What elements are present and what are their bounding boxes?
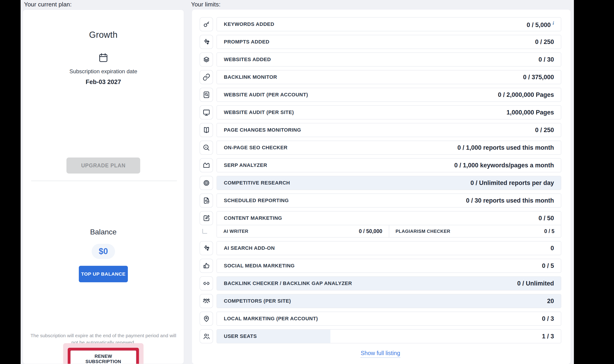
- limit-row: PAGE CHANGES MONITORING0 / 250: [200, 123, 561, 137]
- limit-value-text: 1 / 3: [542, 333, 554, 340]
- mountain-chart-icon: [200, 158, 213, 172]
- limit-value-text: 0 / 30: [538, 56, 554, 63]
- limit-icon-column: [200, 52, 213, 67]
- limit-icon-column: [200, 105, 213, 119]
- limit-value-text: 0 / 2,000,000 Pages: [498, 91, 554, 98]
- info-icon[interactable]: i: [553, 20, 554, 26]
- limit-icon-column: [200, 88, 213, 102]
- limit-label: WEBSITES ADDED: [224, 57, 271, 63]
- limit-row-box: SERP ANALYZER0 / 1,000 keywords/pages a …: [216, 158, 561, 172]
- plan-card-divider: [31, 181, 177, 181]
- renew-highlight-halo: RENEW SUBSCRIPTION: [63, 343, 144, 364]
- limit-label: COMPETITIVE RESEARCH: [224, 180, 290, 186]
- people-group-icon: [200, 294, 213, 308]
- limit-icon-column: [200, 259, 213, 273]
- limit-row: AI SEARCH ADD-ON0: [200, 241, 561, 255]
- calendar-icon: [23, 52, 184, 63]
- chain-diagonal-icon: [200, 70, 213, 84]
- limit-row-box: WEBSITE AUDIT (PER ACCOUNT)0 / 2,000,000…: [216, 88, 561, 102]
- limit-value: 20: [547, 298, 554, 305]
- limit-value-text: 0 / 250: [535, 39, 554, 45]
- limit-label: PAGE CHANGES MONITORING: [224, 127, 301, 133]
- limit-row: BACKLINK CHECKER / BACKLINK GAP ANALYZER…: [200, 276, 561, 290]
- limit-value-text: 0 / 3: [542, 315, 554, 322]
- balance-amount: $0: [99, 247, 108, 256]
- sub-limit-cell: PLAGIARISM CHECKER0 / 5: [389, 225, 561, 237]
- limit-row-box: AI SEARCH ADD-ON0: [216, 241, 561, 255]
- limit-icon-column: [200, 35, 213, 49]
- limit-label: BACKLINK CHECKER / BACKLINK GAP ANALYZER: [224, 280, 352, 286]
- expiration-label: Subscription expiration date: [23, 68, 184, 75]
- limit-value-text: 1,000,000 Pages: [507, 109, 554, 116]
- sub-limit-value: 0 / 50,000: [359, 228, 382, 234]
- limit-value: 0 / 375,000: [523, 74, 554, 81]
- limit-value: 0 / Unlimited: [517, 280, 554, 287]
- limit-value: 0 / 5,000i: [527, 20, 554, 29]
- limit-row: KEYWORDS ADDED0 / 5,000i: [200, 17, 561, 31]
- balance-pill: $0: [92, 244, 115, 259]
- renew-highlight-frame: RENEW SUBSCRIPTION: [68, 348, 139, 364]
- limit-value: 1 / 3: [542, 333, 554, 340]
- limit-value: 0 / 30 reports used this month: [466, 197, 554, 204]
- limit-icon-column: [200, 211, 213, 234]
- limit-icon-column: [200, 70, 213, 84]
- page-search-icon: [200, 88, 213, 102]
- limit-value-text: 20: [547, 298, 554, 304]
- open-book-icon: [200, 123, 213, 137]
- top-up-balance-button[interactable]: TOP UP BALANCE: [79, 266, 128, 282]
- limit-row: USER SEATS1 / 3: [200, 329, 561, 343]
- limit-label: ON-PAGE SEO CHECKER: [224, 145, 288, 151]
- expiration-date: Feb-03 2027: [23, 78, 184, 86]
- limit-row-box: KEYWORDS ADDED0 / 5,000i: [216, 17, 561, 31]
- limit-row: BACKLINK MONITOR0 / 375,000: [200, 70, 561, 84]
- limit-label: USER SEATS: [224, 333, 257, 339]
- limit-value: 0 / 1,000 reports used this month: [457, 144, 554, 151]
- key-icon: [200, 17, 213, 31]
- limit-label: AI SEARCH ADD-ON: [224, 245, 275, 251]
- limit-label: SERP ANALYZER: [224, 162, 267, 168]
- limit-icon-column: [200, 276, 213, 290]
- limit-icon-column: [200, 123, 213, 137]
- limit-value: 0 / 5: [542, 262, 554, 270]
- limit-row: SCHEDULED REPORTING0 / 30 reports used t…: [200, 194, 561, 208]
- limit-row: WEBSITE AUDIT (PER SITE)1,000,000 Pages: [200, 105, 561, 119]
- limit-icon-column: [200, 329, 213, 343]
- limit-value-text: 0: [550, 245, 554, 252]
- limit-icon-column: [200, 176, 213, 190]
- limit-row: WEBSITE AUDIT (PER ACCOUNT)0 / 2,000,000…: [200, 88, 561, 102]
- limit-row: COMPETITORS (PER SITE)20: [200, 294, 561, 308]
- monitor-icon: [200, 105, 213, 119]
- limit-row-box: ON-PAGE SEO CHECKER0 / 1,000 reports use…: [216, 141, 561, 155]
- edit-square-icon: [200, 211, 213, 225]
- limit-row-box: SOCIAL MEDIA MARKETING0 / 5: [216, 259, 561, 273]
- limits-list: KEYWORDS ADDED0 / 5,000iPROMPTS ADDED0 /…: [200, 17, 561, 343]
- sub-row: AI WRITER0 / 50,000PLAGIARISM CHECKER0 /…: [217, 225, 561, 237]
- map-pin-icon: [200, 312, 213, 326]
- plan-name: Growth: [23, 30, 184, 40]
- limit-row-box: BACKLINK MONITOR0 / 375,000: [216, 70, 561, 84]
- sub-limit-cell: AI WRITER0 / 50,000: [217, 225, 389, 237]
- limit-value-text: 0 / Unlimited: [517, 280, 554, 287]
- current-plan-header: Your current plan:: [24, 1, 72, 8]
- limit-icon-column: [200, 294, 213, 308]
- limit-icon-column: [200, 141, 213, 155]
- limit-row-box: SCHEDULED REPORTING0 / 30 reports used t…: [216, 194, 561, 208]
- limit-icon-column: [200, 17, 213, 31]
- upgrade-plan-button[interactable]: UPGRADE PLAN: [67, 157, 140, 173]
- limit-row-box: USER SEATS1 / 3: [216, 329, 561, 343]
- user-seats-icon: [200, 329, 213, 343]
- sparkles-icon: [200, 35, 213, 49]
- renew-subscription-button[interactable]: RENEW SUBSCRIPTION: [71, 351, 136, 364]
- limit-label: COMPETITORS (PER SITE): [224, 298, 291, 304]
- show-full-listing-link[interactable]: Show full listing: [360, 350, 400, 358]
- limit-value: 0 / 2,000,000 Pages: [498, 91, 554, 98]
- sub-limit-value: 0 / 5: [544, 228, 554, 234]
- limit-row: COMPETITIVE RESEARCH0 / Unlimited report…: [200, 176, 561, 190]
- limit-value-text: 0 / 250: [535, 127, 554, 133]
- thumbs-up-icon: [200, 259, 213, 273]
- limit-icon-column: [200, 241, 213, 255]
- limit-value: 0: [550, 245, 554, 252]
- limit-value: 0 / Unlimited reports per day: [470, 180, 554, 187]
- limit-value-text: 0 / Unlimited reports per day: [470, 180, 554, 186]
- limit-row-box: COMPETITORS (PER SITE)20: [216, 294, 561, 308]
